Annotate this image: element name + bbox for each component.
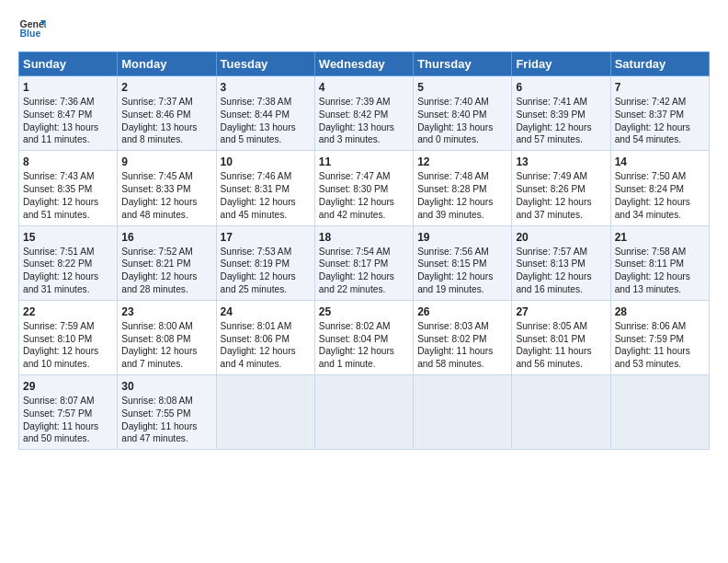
sunrise-text: Sunrise: 8:01 AM (221, 321, 292, 331)
header-cell-monday: Monday (118, 52, 216, 76)
daylight-minutes: and 16 minutes. (516, 284, 583, 294)
day-number: 9 (121, 155, 211, 169)
daylight-minutes: and 1 minute. (319, 359, 376, 369)
header-cell-saturday: Saturday (610, 52, 709, 76)
day-number: 14 (615, 155, 705, 169)
sunset-text: Sunset: 8:33 PM (121, 184, 190, 194)
sunrise-text: Sunrise: 7:56 AM (417, 247, 489, 257)
daylight-text: Daylight: 12 hours (23, 346, 98, 356)
daylight-minutes: and 0 minutes. (417, 134, 479, 144)
calendar-cell: 23Sunrise: 8:00 AMSunset: 8:08 PMDayligh… (118, 300, 216, 374)
sunrise-text: Sunrise: 7:38 AM (221, 97, 292, 107)
sunset-text: Sunset: 8:42 PM (319, 109, 388, 120)
sunset-text: Sunset: 8:06 PM (221, 334, 290, 344)
day-number: 3 (221, 80, 311, 95)
calendar-cell (216, 375, 314, 450)
daylight-text: Daylight: 12 hours (121, 271, 197, 282)
calendar-cell (314, 375, 413, 450)
sunrise-text: Sunrise: 7:50 AM (615, 171, 687, 181)
calendar-cell: 24Sunrise: 8:01 AMSunset: 8:06 PMDayligh… (216, 300, 314, 374)
sunrise-text: Sunrise: 7:43 AM (23, 171, 95, 181)
sunset-text: Sunset: 8:46 PM (121, 109, 190, 120)
header: General Blue (18, 15, 710, 42)
daylight-text: Daylight: 13 hours (319, 122, 394, 132)
calendar-cell: 4Sunrise: 7:39 AMSunset: 8:42 PMDaylight… (314, 76, 413, 151)
header-cell-friday: Friday (512, 52, 610, 76)
daylight-text: Daylight: 11 hours (23, 421, 98, 431)
calendar-cell: 5Sunrise: 7:40 AMSunset: 8:40 PMDaylight… (414, 76, 512, 151)
sunset-text: Sunset: 7:57 PM (23, 408, 92, 419)
sunrise-text: Sunrise: 7:52 AM (121, 247, 193, 257)
sunrise-text: Sunrise: 7:45 AM (121, 171, 193, 181)
day-number: 1 (23, 80, 113, 95)
calendar-cell: 28Sunrise: 8:06 AMSunset: 7:59 PMDayligh… (610, 300, 709, 374)
calendar-cell: 12Sunrise: 7:48 AMSunset: 8:28 PMDayligh… (414, 151, 512, 225)
day-number: 7 (615, 80, 705, 95)
sunrise-text: Sunrise: 7:57 AM (516, 247, 587, 257)
header-cell-sunday: Sunday (19, 52, 118, 76)
calendar-cell: 8Sunrise: 7:43 AMSunset: 8:35 PMDaylight… (19, 151, 118, 225)
calendar-table: SundayMondayTuesdayWednesdayThursdayFrid… (18, 52, 710, 450)
daylight-minutes: and 19 minutes. (417, 284, 484, 294)
logo: General Blue (18, 15, 50, 42)
calendar-cell: 15Sunrise: 7:51 AMSunset: 8:22 PMDayligh… (19, 225, 118, 300)
sunset-text: Sunset: 8:28 PM (417, 184, 486, 194)
page: General Blue SundayMondayTuesdayWednesda… (0, 0, 728, 563)
sunset-text: Sunset: 8:30 PM (319, 184, 388, 194)
daylight-minutes: and 10 minutes. (23, 359, 90, 369)
calendar-cell: 3Sunrise: 7:38 AMSunset: 8:44 PMDaylight… (216, 76, 314, 151)
sunrise-text: Sunrise: 8:03 AM (417, 321, 489, 331)
calendar-cell: 25Sunrise: 8:02 AMSunset: 8:04 PMDayligh… (314, 300, 413, 374)
calendar-cell: 1Sunrise: 7:36 AMSunset: 8:47 PMDaylight… (19, 76, 118, 151)
daylight-minutes: and 56 minutes. (516, 359, 583, 369)
daylight-minutes: and 28 minutes. (121, 284, 188, 294)
calendar-cell: 27Sunrise: 8:05 AMSunset: 8:01 PMDayligh… (512, 300, 610, 374)
day-number: 22 (23, 304, 113, 319)
daylight-text: Daylight: 12 hours (615, 197, 690, 207)
day-number: 10 (221, 155, 311, 169)
sunrise-text: Sunrise: 7:47 AM (319, 171, 391, 181)
daylight-text: Daylight: 12 hours (221, 197, 296, 207)
sunset-text: Sunset: 8:13 PM (516, 259, 585, 269)
daylight-text: Daylight: 12 hours (319, 271, 394, 282)
day-number: 28 (615, 304, 705, 319)
sunrise-text: Sunrise: 8:07 AM (23, 396, 95, 406)
day-number: 5 (417, 80, 507, 95)
day-number: 25 (319, 304, 409, 319)
sunrise-text: Sunrise: 8:02 AM (319, 321, 391, 331)
sunrise-text: Sunrise: 8:00 AM (121, 321, 193, 331)
daylight-minutes: and 22 minutes. (319, 284, 386, 294)
daylight-text: Daylight: 12 hours (23, 197, 98, 207)
daylight-text: Daylight: 12 hours (516, 197, 591, 207)
calendar-cell (512, 375, 610, 450)
sunset-text: Sunset: 8:31 PM (221, 184, 290, 194)
sunset-text: Sunset: 8:04 PM (319, 334, 388, 344)
calendar-cell: 2Sunrise: 7:37 AMSunset: 8:46 PMDaylight… (118, 76, 216, 151)
day-number: 23 (121, 304, 211, 319)
calendar-cell: 7Sunrise: 7:42 AMSunset: 8:37 PMDaylight… (610, 76, 709, 151)
sunset-text: Sunset: 8:10 PM (23, 334, 92, 344)
sunset-text: Sunset: 8:39 PM (516, 109, 585, 120)
daylight-minutes: and 42 minutes. (319, 210, 386, 220)
daylight-minutes: and 5 minutes. (221, 134, 282, 144)
day-number: 8 (23, 155, 113, 169)
daylight-minutes: and 58 minutes. (417, 359, 484, 369)
calendar-cell: 11Sunrise: 7:47 AMSunset: 8:30 PMDayligh… (314, 151, 413, 225)
sunrise-text: Sunrise: 7:41 AM (516, 97, 587, 107)
day-number: 2 (121, 80, 211, 95)
sunrise-text: Sunrise: 7:53 AM (221, 247, 292, 257)
daylight-minutes: and 3 minutes. (319, 134, 381, 144)
day-number: 17 (221, 230, 311, 245)
daylight-minutes: and 54 minutes. (615, 134, 682, 144)
day-number: 29 (23, 379, 113, 394)
sunset-text: Sunset: 8:01 PM (516, 334, 585, 344)
svg-text:Blue: Blue (20, 28, 41, 39)
calendar-cell: 26Sunrise: 8:03 AMSunset: 8:02 PMDayligh… (414, 300, 512, 374)
sunrise-text: Sunrise: 7:58 AM (615, 247, 687, 257)
daylight-minutes: and 53 minutes. (615, 359, 682, 369)
sunrise-text: Sunrise: 8:05 AM (516, 321, 587, 331)
sunrise-text: Sunrise: 7:40 AM (417, 97, 489, 107)
sunrise-text: Sunrise: 7:59 AM (23, 321, 95, 331)
daylight-minutes: and 37 minutes. (516, 210, 583, 220)
daylight-minutes: and 57 minutes. (516, 134, 583, 144)
